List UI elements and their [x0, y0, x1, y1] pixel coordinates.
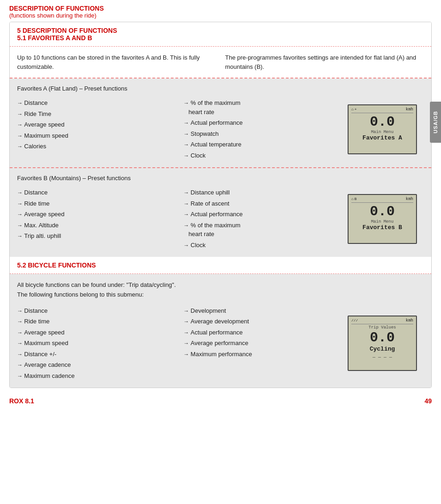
- footer-page: 49: [424, 397, 432, 405]
- intro-section: Up to 10 functions can be stored in the …: [10, 47, 431, 79]
- favorites-a-col2: % of the maximum heart rate Actual perfo…: [184, 97, 341, 161]
- bicycle-list2: Development Average development Actual p…: [184, 305, 341, 360]
- list-item: Distance +/-: [17, 349, 174, 360]
- device-display-cycling: /// kmh Trip Values 0.0 Cycling _ _ _ _: [348, 316, 417, 371]
- device-number-cycling: 0.0: [370, 331, 395, 345]
- list-item: Maximum cadence: [17, 370, 174, 382]
- favorites-a-section: Favorites A (Flat Land) – Preset functio…: [10, 79, 431, 168]
- list-item: Rate of ascent: [184, 198, 341, 209]
- device-top-row-cycling: /// kmh: [351, 318, 413, 324]
- device-label-b: Favorites B: [362, 224, 402, 231]
- device-dot-row: _ _ _ _: [373, 353, 392, 358]
- home-icon-b: ⌂: [351, 197, 354, 201]
- list-item: Average performance: [184, 338, 341, 349]
- favorites-a-body: Distance Ride Time Average speed Maximum…: [17, 97, 424, 161]
- bicycle-intro-line1: All bicycle functions can be found under…: [17, 281, 176, 288]
- list-item: Average speed: [17, 327, 174, 338]
- list-item: Distance uphill: [184, 187, 341, 198]
- b-icon: B: [355, 197, 357, 201]
- device-label-a: Favorites A: [362, 134, 402, 141]
- intro-left: Up to 10 functions can be stored in the …: [17, 53, 216, 71]
- bicycle-list1: Distance Ride time Average speed Maximum…: [17, 305, 174, 382]
- device-menu-a: Main Menu: [371, 130, 394, 134]
- device-unit-a: kmh: [406, 107, 413, 112]
- device-display-a: ⌂ + kmh 0.0 Main Menu Favorites A: [348, 104, 417, 154]
- device-unit-b: kmh: [406, 197, 413, 201]
- bicycle-body: Distance Ride time Average speed Maximum…: [17, 305, 424, 382]
- section-header-51: 5 DESCRIPTION OF FUNCTIONS 5.1 FAVORITES…: [10, 22, 431, 47]
- footer-brand: ROX 8.1: [9, 397, 34, 405]
- device-cycling-label: Cycling: [370, 346, 395, 352]
- list-item: Distance: [17, 187, 174, 198]
- list-item: Ride Time: [17, 109, 174, 120]
- footer: ROX 8.1 49: [0, 393, 441, 409]
- favorites-b-image: ⌂ B kmh 0.0 Main Menu Favorites B: [341, 187, 424, 250]
- device-unit-cycling: kmh: [406, 318, 413, 323]
- section-52-header: 5.2 BICYCLE FUNCTIONS: [10, 257, 431, 274]
- device-display-b: ⌂ B kmh 0.0 Main Menu Favorites B: [348, 194, 417, 244]
- favorites-b-col1: Distance Ride time Average speed Max. Al…: [17, 187, 174, 250]
- list-item: Actual performance: [184, 327, 341, 338]
- signal-icon: ///: [351, 318, 358, 322]
- side-tab-text: USA/GB: [433, 111, 438, 134]
- device-top-row-b: ⌂ B kmh: [351, 197, 413, 203]
- home-icon: ⌂: [351, 107, 354, 111]
- list-item: Stopwatch: [184, 128, 341, 140]
- top-header: DESCRIPTION OF FUNCTIONS (functions show…: [0, 0, 441, 22]
- bicycle-image: /// kmh Trip Values 0.0 Cycling _ _ _ _: [341, 305, 424, 382]
- top-section-title: DESCRIPTION OF FUNCTIONS: [9, 5, 432, 12]
- list-item: % of the maximum heart rate: [184, 97, 341, 117]
- list-item: Development: [184, 305, 341, 316]
- device-number-b: 0.0: [370, 205, 395, 219]
- favorites-a-lists: Distance Ride Time Average speed Maximum…: [17, 97, 341, 161]
- side-tab: USA/GB: [430, 102, 441, 143]
- list-item: Average speed: [17, 119, 174, 130]
- favorites-a-col1: Distance Ride Time Average speed Maximum…: [17, 97, 174, 161]
- favorites-b-section: Favorites B (Mountains) – Preset functio…: [10, 168, 431, 257]
- device-number-a: 0.0: [370, 115, 395, 129]
- section-51-title1: 5 DESCRIPTION OF FUNCTIONS: [17, 27, 424, 34]
- list-item: Maximum speed: [17, 338, 174, 349]
- list-item: Average cadence: [17, 359, 174, 370]
- list-item: Maximum performance: [184, 349, 341, 360]
- list-item: Trip alti. uphill: [17, 231, 174, 242]
- favorites-b-list1: Distance Ride time Average speed Max. Al…: [17, 187, 174, 242]
- device-icons-cycling: ///: [351, 318, 358, 322]
- list-item: Ride time: [17, 198, 174, 209]
- device-top-row-a: ⌂ + kmh: [351, 107, 413, 113]
- favorites-b-title: Favorites B (Mountains) – Preset functio…: [17, 175, 424, 182]
- device-icons-b: ⌂ B: [351, 197, 357, 201]
- list-item: Ride time: [17, 316, 174, 327]
- bicycle-intro: All bicycle functions can be found under…: [17, 280, 424, 300]
- list-item: Clock: [184, 240, 341, 251]
- favorites-a-title: Favorites A (Flat Land) – Preset functio…: [17, 85, 424, 92]
- list-item: Average development: [184, 316, 341, 327]
- main-content: 5 DESCRIPTION OF FUNCTIONS 5.1 FAVORITES…: [9, 22, 432, 388]
- list-item: Distance: [17, 305, 174, 316]
- device-menu-b: Main Menu: [371, 219, 394, 224]
- device-trip-label: Trip Values: [368, 325, 396, 330]
- favorites-b-col2: Distance uphill Rate of ascent Actual pe…: [184, 187, 341, 250]
- favorites-a-list2: % of the maximum heart rate Actual perfo…: [184, 97, 341, 161]
- list-item: Actual performance: [184, 117, 341, 128]
- list-item: Maximum speed: [17, 130, 174, 141]
- favorites-b-list2: Distance uphill Rate of ascent Actual pe…: [184, 187, 341, 250]
- favorites-b-lists: Distance Ride time Average speed Max. Al…: [17, 187, 341, 250]
- plus-icon: +: [355, 107, 357, 111]
- bicycle-col2: Development Average development Actual p…: [184, 305, 341, 382]
- top-section-subtitle: (functions shown during the ride): [9, 12, 432, 19]
- section-52-title: 5.2 BICYCLE FUNCTIONS: [17, 261, 424, 269]
- list-item: Clock: [184, 150, 341, 161]
- list-item: Average speed: [17, 209, 174, 220]
- favorites-b-body: Distance Ride time Average speed Max. Al…: [17, 187, 424, 250]
- favorites-a-image: ⌂ + kmh 0.0 Main Menu Favorites A: [341, 97, 424, 161]
- bicycle-lists: Distance Ride time Average speed Maximum…: [17, 305, 341, 382]
- section-51-title2: 5.1 FAVORITES A AND B: [17, 34, 424, 42]
- bicycle-intro-line2: The following functions belong to this s…: [17, 291, 144, 298]
- list-item: % of the maximum heart rate: [184, 220, 341, 240]
- list-item: Actual temperature: [184, 139, 341, 150]
- favorites-a-list1: Distance Ride Time Average speed Maximum…: [17, 97, 174, 152]
- list-item: Max. Altitude: [17, 220, 174, 231]
- device-icons-a: ⌂ +: [351, 107, 357, 111]
- bicycle-section: All bicycle functions can be found under…: [10, 274, 431, 388]
